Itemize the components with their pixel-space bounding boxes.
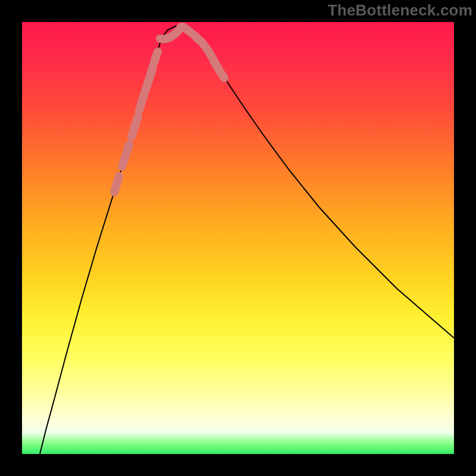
bottleneck-curve-svg (22, 22, 454, 454)
highlight-markers (114, 27, 224, 192)
highlight-left-6 (154, 52, 158, 62)
chart-frame: TheBottleneck.com (0, 0, 476, 476)
highlight-left-3 (139, 95, 144, 110)
attribution-label: TheBottleneck.com (328, 1, 472, 20)
highlight-left-5 (149, 67, 153, 78)
highlight-left-2 (131, 116, 138, 137)
highlight-left-0 (114, 176, 119, 192)
plot-area (22, 22, 454, 454)
bottleneck-curve (40, 26, 454, 454)
highlight-right-6 (214, 62, 218, 68)
highlight-left-1 (122, 145, 129, 167)
highlight-right-7 (221, 74, 224, 78)
